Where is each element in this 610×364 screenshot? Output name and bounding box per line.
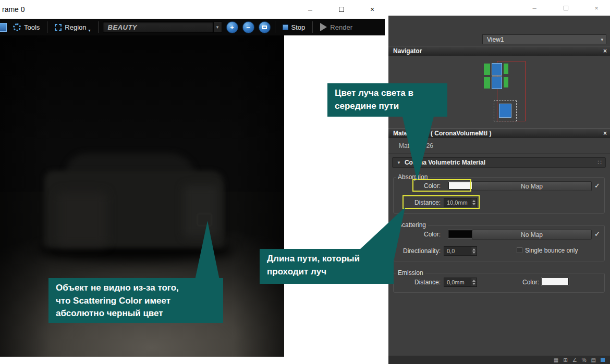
render-label: Render: [330, 23, 352, 31]
tools-label: Tools: [24, 23, 40, 31]
gear-icon: [13, 23, 21, 31]
toolbar-separator: [47, 21, 47, 33]
emission-color-swatch[interactable]: [542, 278, 569, 285]
navigator-node: [492, 77, 502, 89]
annotation-scattering-note: Объект не видно из-за того, что Scatteri…: [48, 278, 223, 323]
directionality-label: Directionality:: [397, 247, 441, 255]
close-icon: ×: [370, 5, 374, 14]
spinner-arrows-icon[interactable]: [471, 247, 477, 255]
scattering-color-swatch[interactable]: [448, 230, 474, 238]
material-name-value: Material #26: [399, 142, 433, 149]
close-button[interactable]: ×: [584, 0, 608, 16]
scattering-color-label: Color:: [416, 231, 441, 238]
emission-distance-spinner[interactable]: 0,0mm: [444, 278, 477, 287]
status-bar: ▦ ⊞ ∠ % ▤: [388, 356, 610, 364]
window-edge-icon: [0, 23, 7, 32]
region-icon: [55, 24, 62, 31]
emission-distance-value: 0,0mm: [447, 279, 465, 285]
emission-label: Emission: [396, 269, 425, 277]
spinner-arrows-icon[interactable]: [471, 278, 477, 286]
directionality-value: 0,0: [447, 248, 455, 254]
emission-color-label: Color:: [517, 279, 539, 286]
navigator-node: [484, 64, 490, 75]
zoom-out-icon: −: [246, 23, 250, 31]
rollout-arrow-icon: ▼: [397, 160, 401, 165]
navigator-node: [484, 77, 490, 89]
vfb-toolbar: Tools Region ▾ BEAUTY ▾ + − Stop Render: [0, 19, 385, 35]
render-pass-dropdown-arrow[interactable]: ▾: [214, 21, 222, 33]
render-pass-dropdown[interactable]: BEAUTY: [103, 21, 214, 33]
absorption-map-button[interactable]: No Map: [472, 181, 592, 191]
rollout-corona-volumetric-material[interactable]: ▼ Corona Volumetric Material ∷: [392, 157, 606, 168]
close-icon: ×: [594, 4, 599, 12]
maximize-icon: [564, 6, 568, 10]
emission-distance-label: Distance:: [408, 279, 441, 286]
close-button[interactable]: ×: [360, 0, 385, 19]
toolbar-separator: [98, 21, 99, 33]
minimize-icon: –: [308, 5, 312, 14]
zoom-out-button[interactable]: −: [242, 21, 254, 33]
render-pass-value: BEAUTY: [108, 23, 137, 31]
annotation-distance-note: Длина пути, который проходит луч: [260, 249, 394, 284]
navigator-active-node: [499, 104, 511, 118]
maximize-button[interactable]: [330, 0, 353, 19]
angle-snap-icon[interactable]: ∠: [572, 357, 577, 363]
keyboard-shortcut-icon[interactable]: ▤: [591, 357, 596, 363]
scattering-group: Scattering Color: No Map ✓ Directionalit…: [393, 225, 605, 261]
zoom-in-button[interactable]: +: [226, 21, 238, 33]
stop-button[interactable]: Stop: [279, 20, 309, 34]
material-name-field[interactable]: Material #26: [388, 138, 610, 154]
navigator-title: Navigator: [393, 47, 422, 55]
scattering-map-label: No Map: [521, 231, 543, 239]
app-titlebar[interactable]: – ×: [388, 0, 610, 16]
maximize-button[interactable]: [554, 0, 577, 16]
stop-label: Stop: [291, 23, 306, 31]
highlight-absorption-color: [412, 179, 471, 192]
directionality-spinner[interactable]: 0,0: [444, 246, 477, 256]
minimize-button[interactable]: –: [523, 0, 546, 16]
annotation-color-note: Цвет луча света в середине пути: [327, 83, 447, 117]
rollout-title: Corona Volumetric Material: [405, 159, 485, 166]
maximize-icon: [339, 7, 344, 12]
minimize-button[interactable]: –: [298, 0, 322, 19]
tools-button[interactable]: Tools: [10, 20, 43, 34]
vfb-titlebar[interactable]: rame 0 – ×: [0, 0, 385, 19]
render-play-icon: [320, 23, 327, 31]
absorption-map-checkbox[interactable]: ✓: [594, 182, 603, 190]
snap-toggle-icon[interactable]: ⊞: [563, 357, 567, 363]
grid-snap-icon[interactable]: ▦: [554, 357, 558, 363]
toolbar-separator: [275, 21, 275, 33]
zoom-in-icon: +: [230, 23, 234, 31]
scattering-map-button[interactable]: No Map: [472, 230, 592, 240]
region-button[interactable]: Region ▾: [52, 20, 93, 34]
single-bounce-checkbox[interactable]: [517, 247, 522, 253]
absorption-map-label: No Map: [521, 183, 543, 190]
region-flyout-arrow-icon: ▾: [89, 28, 91, 33]
view-selector-dropdown[interactable]: View1 ▾: [482, 34, 606, 44]
zoom-fit-button[interactable]: [259, 21, 271, 33]
window-title: rame 0: [2, 0, 25, 19]
scattering-map-checkbox[interactable]: ✓: [594, 230, 603, 238]
toolbar-area: View1 ▾: [388, 16, 610, 46]
rollout-grip-icon: ∷: [597, 159, 602, 166]
chevron-down-icon: ▾: [601, 37, 603, 42]
view-selector-value: View1: [487, 36, 504, 43]
render-button[interactable]: Render: [317, 20, 356, 34]
single-bounce-label: Single bounce only: [525, 247, 588, 254]
toolbar-separator: [312, 21, 313, 33]
status-blue-icon: [601, 358, 605, 362]
navigator-node: [504, 77, 508, 87]
emission-group: Emission Distance: 0,0mm Color:: [393, 273, 605, 293]
minimize-icon: –: [532, 4, 536, 12]
stop-icon: [283, 24, 288, 30]
navigator-panel-header[interactable]: Navigator ×: [388, 46, 610, 56]
region-label: Region: [65, 23, 86, 31]
material-header-title: Material #26 ( CoronaVolumeMtl ): [393, 130, 491, 137]
close-icon[interactable]: ×: [603, 47, 607, 55]
close-icon[interactable]: ×: [603, 130, 607, 137]
percent-snap-icon[interactable]: %: [582, 357, 587, 363]
navigator-node: [492, 63, 502, 76]
material-panel-header[interactable]: Material #26 ( CoronaVolumeMtl ) ×: [388, 128, 610, 138]
navigator-node: [504, 64, 508, 74]
zoom-fit-icon: [262, 26, 267, 29]
